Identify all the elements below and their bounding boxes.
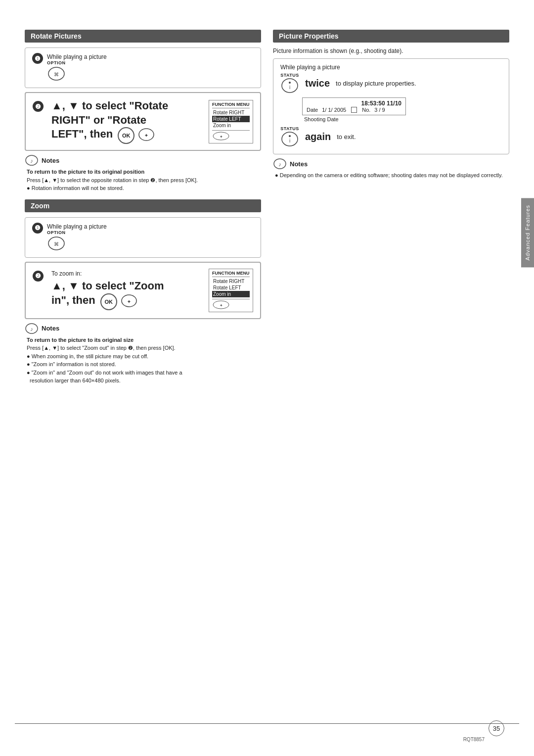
right-column: Picture Properties Picture information i… bbox=[273, 30, 509, 391]
zoom-ok-camera-icon: ✦ bbox=[120, 294, 138, 308]
picture-properties-box: While playing a picture STATUS i bbox=[273, 58, 509, 154]
rotate-ok-camera-icon: ✦ bbox=[137, 128, 155, 142]
svg-text:⌘: ⌘ bbox=[54, 241, 59, 247]
picture-prop-status-label: STATUS bbox=[280, 73, 299, 78]
picture-prop-status-row: STATUS i twice to display picture proper… bbox=[280, 73, 502, 94]
zoom-ok-button: OK bbox=[100, 293, 117, 310]
svg-text:✦: ✦ bbox=[220, 135, 223, 139]
zoom-notes-body: To return to the picture to its original… bbox=[25, 336, 261, 385]
rotate-notes-body: To return to the picture to its original… bbox=[25, 168, 261, 192]
status-button-icon: i bbox=[280, 78, 299, 94]
zoom-note-1-title: To return to the picture to its original… bbox=[27, 336, 261, 344]
picture-prop-notes-header: ♪ Notes bbox=[273, 158, 509, 169]
rotate-note-1-title: To return to the picture to its original… bbox=[27, 168, 261, 176]
picture-properties-section: Picture Properties Picture information i… bbox=[273, 30, 509, 180]
rotate-step2-text: ▲, ▼ to select "RotateRIGHT" or "RotateL… bbox=[51, 99, 204, 144]
zoom-menu-footer: ✦ bbox=[212, 299, 250, 310]
svg-text:✦: ✦ bbox=[144, 133, 148, 138]
rqt-label: RQT8857 bbox=[463, 737, 485, 742]
svg-text:♪: ♪ bbox=[30, 158, 33, 164]
picture-prop-twice-text: twice bbox=[305, 78, 330, 89]
picture-properties-intro: Picture information is shown (e.g., shoo… bbox=[273, 47, 509, 54]
picture-prop-step1: While playing a picture STATUS i bbox=[280, 64, 502, 94]
picture-prop-notes-label: Notes bbox=[290, 160, 308, 168]
picture-prop-cursor bbox=[351, 107, 357, 113]
picture-prop-note-1: ● Depending on the camera or editing sof… bbox=[275, 171, 509, 180]
zoom-step2-number: ❷ bbox=[33, 271, 44, 282]
svg-text:✦: ✦ bbox=[220, 303, 223, 308]
zoom-step1-content: While playing a picture OPTION ⌘ bbox=[47, 223, 254, 252]
zoom-step2-intro: To zoom in: bbox=[51, 270, 204, 277]
picture-prop-no-value: 3 / 9 bbox=[374, 107, 385, 113]
rotate-section-header: Rotate Pictures bbox=[25, 30, 261, 43]
picture-prop-notes: ♪ Notes ● Depending on the camera or edi… bbox=[273, 158, 509, 180]
page-container: Rotate Pictures ❶ While playing a pictur… bbox=[0, 0, 534, 756]
page-number: 35 bbox=[489, 720, 504, 736]
rotate-step1-number: ❶ bbox=[32, 53, 43, 64]
zoom-step2-text: ▲, ▼ to select "Zoomin", then OK ✦ bbox=[51, 279, 204, 310]
rotate-menu-icon: ✦ bbox=[212, 132, 230, 141]
zoom-menu-item-1: Rotate RIGHT bbox=[212, 278, 250, 284]
svg-point-20 bbox=[289, 135, 291, 137]
picture-prop-again-suffix: to exit. bbox=[337, 133, 356, 141]
rotate-note-2-body: ● Rotation information will not be store… bbox=[27, 184, 261, 192]
picture-prop-twice-suffix: to display picture properties. bbox=[336, 80, 416, 87]
rotate-section: Rotate Pictures ❶ While playing a pictur… bbox=[25, 30, 261, 192]
rotate-menu-item-2: Rotate LEFT bbox=[212, 116, 250, 122]
bottom-divider bbox=[15, 723, 519, 724]
zoom-section: Zoom ❶ While playing a picture OPTION ⌘ bbox=[25, 199, 261, 385]
zoom-step1-number: ❶ bbox=[32, 223, 43, 234]
picture-prop-date-box: 18:53:50 11/10 Date 1/ 1/ 2005 No. 3 / 9 bbox=[302, 97, 406, 115]
rotate-menu-title: FUNCTION MENU bbox=[212, 102, 250, 108]
rotate-function-menu: FUNCTION MENU Rotate RIGHT Rotate LEFT Z… bbox=[209, 100, 253, 143]
zoom-notes-icon: ♪ bbox=[25, 323, 39, 334]
picture-prop-again-text: again bbox=[305, 131, 331, 142]
picture-prop-shooting-date-label: Shooting Date bbox=[304, 116, 502, 122]
picture-prop-step2-label: STATUS bbox=[280, 126, 299, 131]
zoom-note-4-body: ● "Zoom in" and "Zoom out" do not work w… bbox=[27, 369, 261, 385]
zoom-menu-icon: ✦ bbox=[212, 300, 230, 309]
rotate-step1-content: While playing a picture OPTION ⌘ bbox=[47, 53, 254, 83]
picture-prop-step1-text: While playing a picture bbox=[280, 64, 340, 71]
picture-prop-no-label: No. bbox=[362, 107, 370, 113]
svg-point-17 bbox=[289, 82, 291, 84]
option-button-icon: ⌘ bbox=[47, 66, 66, 81]
rotate-notes: ♪ Notes To return to the picture to its … bbox=[25, 155, 261, 192]
rotate-step2-number: ❷ bbox=[33, 101, 44, 112]
rotate-menu-item-3: Zoom in bbox=[212, 122, 250, 129]
picture-properties-header: Picture Properties bbox=[273, 30, 509, 43]
rotate-step2-box: ❷ ▲, ▼ to select "RotateRIGHT" or "Rotat… bbox=[25, 92, 261, 151]
zoom-option-label: OPTION bbox=[47, 230, 254, 235]
rotate-menu-item-1: Rotate RIGHT bbox=[212, 109, 250, 116]
advanced-features-label: Advanced Features bbox=[525, 205, 531, 260]
zoom-note-2-body: ● When zooming in, the still picture may… bbox=[27, 352, 261, 361]
zoom-option-button-icon: ⌘ bbox=[47, 236, 66, 251]
zoom-note-1-body: Press [▲, ▼] to select "Zoom out" in ste… bbox=[27, 344, 261, 352]
svg-text:✦: ✦ bbox=[127, 299, 131, 304]
zoom-notes: ♪ Notes To return to the picture to its … bbox=[25, 323, 261, 385]
rotate-note-1-body: Press [▲, ▼] to select the opposite rota… bbox=[27, 176, 261, 185]
zoom-step1-box: ❶ While playing a picture OPTION ⌘ bbox=[25, 217, 261, 258]
rotate-menu-footer: ✦ bbox=[212, 130, 250, 142]
zoom-menu-item-3: Zoom in bbox=[212, 291, 250, 297]
zoom-menu-title: FUNCTION MENU bbox=[212, 271, 250, 277]
rotate-option-label: OPTION bbox=[47, 60, 254, 65]
rotate-ok-button: OK bbox=[118, 127, 134, 144]
svg-text:i: i bbox=[289, 85, 290, 90]
svg-text:♪: ♪ bbox=[30, 326, 33, 332]
two-col-layout: Rotate Pictures ❶ While playing a pictur… bbox=[25, 30, 509, 391]
zoom-note-3-body: ● "Zoom in" information is not stored. bbox=[27, 360, 261, 369]
rotate-notes-header: ♪ Notes bbox=[25, 155, 261, 166]
picture-prop-notes-body: ● Depending on the camera or editing sof… bbox=[273, 171, 509, 180]
rotate-step1-row: ❶ While playing a picture OPTION ⌘ bbox=[32, 53, 254, 83]
zoom-section-header: Zoom bbox=[25, 199, 261, 212]
picture-prop-date-row: Date 1/ 1/ 2005 No. 3 / 9 bbox=[307, 107, 401, 113]
picture-prop-date-value: 1/ 1/ 2005 bbox=[322, 107, 346, 113]
status-button-icon-2: i bbox=[280, 131, 299, 147]
picture-prop-status-icon-wrap: STATUS i bbox=[280, 73, 299, 94]
rotate-notes-icon: ♪ bbox=[25, 155, 39, 166]
zoom-menu-item-2: Rotate LEFT bbox=[212, 284, 250, 291]
picture-prop-datetime: 18:53:50 11/10 bbox=[307, 100, 401, 107]
svg-text:⌘: ⌘ bbox=[54, 72, 59, 77]
zoom-step1-text: While playing a picture bbox=[47, 223, 107, 230]
